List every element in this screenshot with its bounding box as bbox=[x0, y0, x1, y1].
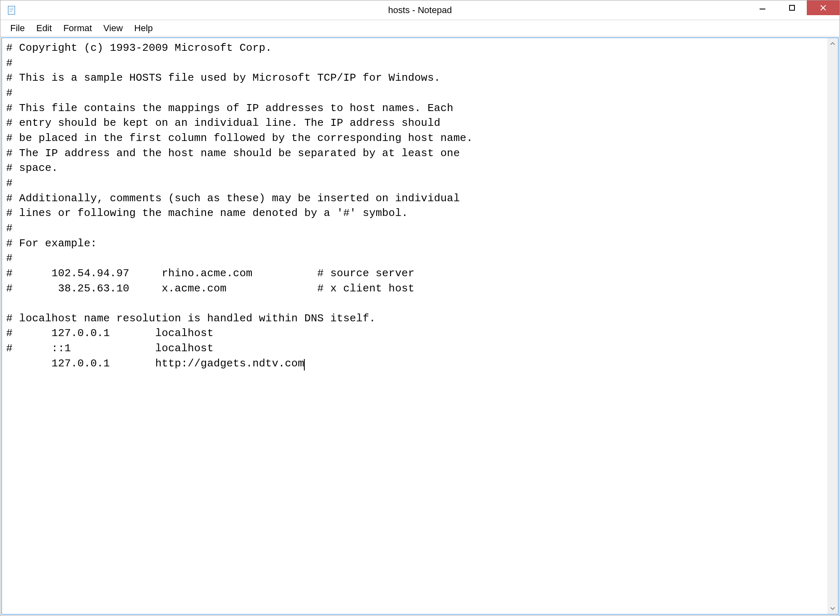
svg-rect-0 bbox=[8, 6, 15, 14]
text-caret bbox=[304, 359, 305, 371]
window-controls bbox=[748, 0, 840, 15]
menubar: File Edit Format View Help bbox=[0, 20, 840, 36]
scroll-down-arrow[interactable] bbox=[827, 603, 838, 614]
menu-edit[interactable]: Edit bbox=[30, 20, 57, 36]
close-button[interactable] bbox=[807, 0, 840, 15]
editor-text: # Copyright (c) 1993-2009 Microsoft Corp… bbox=[6, 42, 473, 370]
notepad-icon bbox=[6, 5, 17, 16]
titlebar[interactable]: hosts - Notepad bbox=[0, 0, 840, 20]
menu-format[interactable]: Format bbox=[57, 20, 98, 36]
minimize-button[interactable] bbox=[748, 0, 777, 15]
notepad-window: hosts - Notepad File Edit Format View He… bbox=[0, 0, 840, 616]
menu-file[interactable]: File bbox=[5, 20, 30, 36]
menu-view[interactable]: View bbox=[98, 20, 128, 36]
text-area[interactable]: # Copyright (c) 1993-2009 Microsoft Corp… bbox=[1, 37, 839, 615]
editor-content[interactable]: # Copyright (c) 1993-2009 Microsoft Corp… bbox=[2, 38, 838, 373]
maximize-button[interactable] bbox=[777, 0, 807, 15]
window-title: hosts - Notepad bbox=[388, 5, 452, 16]
vertical-scrollbar[interactable] bbox=[827, 38, 838, 614]
svg-rect-5 bbox=[790, 5, 794, 10]
menu-help[interactable]: Help bbox=[128, 20, 158, 36]
scroll-up-arrow[interactable] bbox=[827, 38, 838, 49]
